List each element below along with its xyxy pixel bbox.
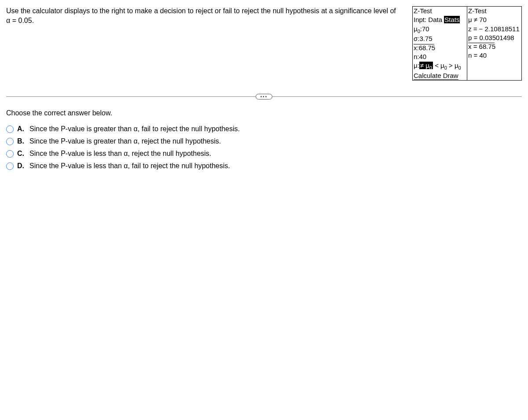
calc-input-alternative: μ:≠ μ0 < μ0 > μ0 (413, 61, 467, 71)
options-list: A. Since the P-value is greater than α, … (6, 125, 522, 170)
option-c-letter: C. (17, 150, 26, 158)
option-d-letter: D. (17, 162, 26, 170)
calc-input-title: Z-Test (413, 7, 467, 15)
option-d-text: Since the P-value is less than α, fail t… (29, 162, 230, 170)
calc-output-screen: Z-Test μ ≠ 70 z = − 2.10818511 p = 0.035… (467, 7, 521, 80)
option-c[interactable]: C. Since the P-value is less than α, rej… (6, 150, 522, 158)
calc-input-mu0: μ0:70 (413, 25, 467, 35)
radio-c[interactable] (6, 150, 14, 158)
calc-input-xbar: x:68.75 (413, 44, 467, 52)
question-header: Use the calculator displays to the right… (6, 6, 522, 81)
option-c-text: Since the P-value is less than α, reject… (29, 150, 211, 158)
calc-output-z: z = − 2.10818511 (467, 25, 521, 33)
calc-input-sigma: σ:3.75 (413, 34, 467, 43)
option-a-letter: A. (17, 125, 26, 133)
divider-line-left (6, 96, 256, 97)
calculator-displays: Z-Test Inpt: Data Stats μ0:70 σ:3.75 x:6… (412, 6, 522, 81)
calc-input-inpt: Inpt: Data Stats (413, 15, 467, 24)
calc-input-calculate: Calculate Draw (413, 71, 467, 80)
radio-b[interactable] (6, 138, 14, 145)
option-b-text: Since the P-value is greater than α, rej… (29, 137, 221, 145)
stats-highlight: Stats (444, 16, 460, 23)
calc-output-xbar: x = 68.75 (467, 42, 521, 51)
answer-prompt: Choose the correct answer below. (6, 109, 522, 117)
option-b[interactable]: B. Since the P-value is greater than α, … (6, 137, 522, 145)
calc-output-p: p = 0.03501498 (467, 33, 521, 42)
calc-output-title: Z-Test (467, 7, 521, 15)
calc-input-screen: Z-Test Inpt: Data Stats μ0:70 σ:3.75 x:6… (413, 7, 467, 80)
option-d[interactable]: D. Since the P-value is less than α, fai… (6, 162, 522, 170)
divider: ••• (6, 94, 522, 99)
question-line1: Use the calculator displays to the right… (6, 7, 396, 15)
question-line2: α = 0.05. (6, 17, 34, 24)
calc-input-n: n:40 (413, 52, 467, 61)
calc-output-n: n = 40 (467, 51, 521, 60)
radio-d[interactable] (6, 162, 14, 170)
option-a-text: Since the P-value is greater than α, fai… (29, 125, 240, 133)
option-a[interactable]: A. Since the P-value is greater than α, … (6, 125, 522, 133)
divider-line-right (272, 96, 522, 97)
option-b-letter: B. (17, 137, 26, 145)
radio-a[interactable] (6, 125, 14, 133)
expand-button[interactable]: ••• (256, 94, 273, 99)
question-text: Use the calculator displays to the right… (6, 6, 405, 26)
calc-output-alt: μ ≠ 70 (467, 15, 521, 24)
